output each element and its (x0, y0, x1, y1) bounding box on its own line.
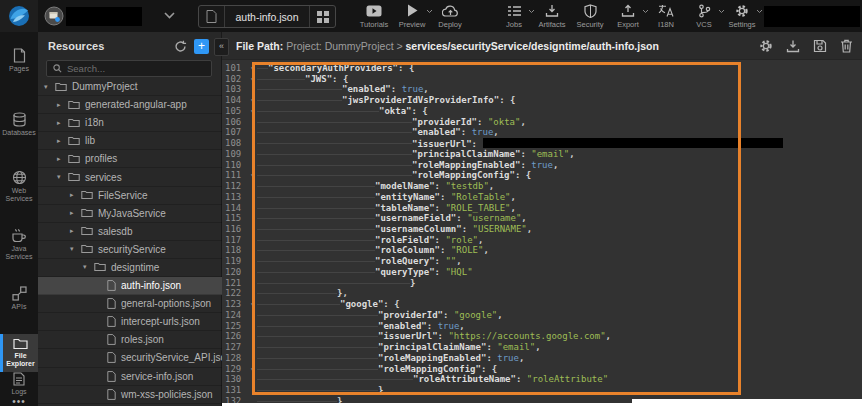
deploy-button[interactable]: Deploy (432, 3, 468, 29)
code-line-116[interactable]: 116"usernameColumn": "USERNAME", (222, 224, 862, 235)
tutorials-button[interactable]: Tutorials (356, 3, 392, 29)
code-line-130[interactable]: 130"roleAttributeName": "roleAttribute" (222, 374, 862, 385)
code-line-121[interactable]: 121} (222, 278, 862, 289)
app-logo[interactable] (0, 0, 38, 32)
code-line-115[interactable]: 115"usernameField": "username", (222, 213, 862, 224)
code-line-106[interactable]: 106"providerId": "okta", (222, 117, 862, 128)
jobs-button[interactable]: Jobs (496, 3, 532, 29)
tree-item-dummyproject[interactable]: ▾DummyProject (38, 78, 222, 96)
code-line-114[interactable]: 114"tableName": "ROLE_TABLE", (222, 203, 862, 214)
tree-item-myjavaservice[interactable]: ▸MyJavaService (38, 205, 222, 223)
code-line-107[interactable]: 107"enabled": true, (222, 127, 862, 138)
code-line-128[interactable]: 128"roleMappingEnabled": true, (222, 353, 862, 364)
project-avatar-icon[interactable] (44, 6, 64, 26)
tree-collapsed-arrow-icon[interactable]: ▸ (57, 155, 68, 163)
project-switcher-chevron-icon[interactable] (164, 12, 175, 19)
tree-item-salesdb[interactable]: ▸salesdb (38, 223, 222, 241)
i18n-button[interactable]: I18N (648, 3, 684, 29)
fold-marker-icon[interactable]: ▾ (247, 170, 257, 181)
editor-settings-gear-icon[interactable] (759, 39, 773, 53)
more-options-icon[interactable]: ••• (0, 396, 38, 406)
code-line-110[interactable]: 110"roleMappingEnabled": true, (222, 160, 862, 171)
fold-marker-icon[interactable]: ▾ (247, 364, 257, 375)
sidebar-item-file-explorer[interactable]: File Explorer (0, 334, 38, 372)
code-line-123[interactable]: 123▾"google": { (222, 299, 862, 310)
code-line-105[interactable]: 105▾"okta": { (222, 106, 862, 117)
code-line-104[interactable]: 104▾"jwsProviderIdVsProviderInfo": { (222, 95, 862, 106)
resource-search-input[interactable]: Search... (46, 60, 212, 77)
tree-item-intercept-urls-json[interactable]: intercept-urls.json (38, 313, 222, 331)
tree-item-general-options-json[interactable]: general-options.json (38, 295, 222, 313)
tree-expanded-arrow-icon[interactable]: ▾ (83, 263, 94, 271)
code-line-113[interactable]: 113"entityName": "RoleTable", (222, 192, 862, 203)
add-resource-button[interactable]: + (194, 39, 209, 54)
tree-collapsed-arrow-icon[interactable]: ▸ (70, 209, 81, 217)
fold-marker-icon[interactable]: ▾ (247, 95, 257, 106)
preview-button[interactable]: Preview (394, 3, 430, 29)
tree-item-designtime[interactable]: ▾designtime (38, 259, 222, 277)
settings-chevron-icon[interactable] (756, 9, 763, 14)
tree-collapsed-arrow-icon[interactable]: ▸ (57, 119, 68, 127)
tree-collapsed-arrow-icon[interactable]: ▸ (70, 227, 81, 235)
fold-marker-icon[interactable]: ▾ (247, 299, 257, 310)
sidebar-item-java-services[interactable]: Java Services (0, 228, 38, 261)
sidebar-item-pages[interactable]: Pages (0, 48, 38, 73)
tree-item-fileservice[interactable]: ▸FileService (38, 187, 222, 205)
tree-item-wm-xss-policies-json[interactable]: wm-xss-policies.json (38, 386, 222, 404)
code-line-129[interactable]: 129▾"roleMappingConfig": { (222, 364, 862, 375)
security-button[interactable]: Security (572, 3, 608, 29)
code-line-122[interactable]: 122}, (222, 288, 862, 299)
tree-item-profiles[interactable]: ▸profiles (38, 150, 222, 168)
code-line-109[interactable]: 109"principalClaimName": "email", (222, 149, 862, 160)
panel-collapse-icon[interactable]: « (214, 38, 229, 56)
code-line-127[interactable]: 127"principalClaimName": "email", (222, 342, 862, 353)
download-file-icon[interactable] (786, 39, 800, 53)
vcs-button[interactable]: VCS (686, 3, 722, 29)
code-line-102[interactable]: 102▾"JWS": { (222, 74, 862, 85)
code-line-120[interactable]: 120"queryType": "HQL" (222, 267, 862, 278)
export-button[interactable]: Export (610, 3, 646, 29)
sidebar-item-logs[interactable]: Logs (0, 372, 38, 396)
apps-grid-icon[interactable] (309, 6, 335, 27)
tree-collapsed-arrow-icon[interactable]: ▸ (57, 137, 68, 145)
tree-item-securityservice-api-json[interactable]: securityService_API.json (38, 349, 222, 367)
open-file-tab[interactable]: auth-info.json (198, 5, 336, 28)
code-line-112[interactable]: 112"modelName": "testdb", (222, 181, 862, 192)
refresh-icon[interactable] (174, 40, 187, 53)
code-line-118[interactable]: 118"roleColumn": "ROLE", (222, 245, 862, 256)
tree-item-services[interactable]: ▾services (38, 168, 222, 186)
code-editor[interactable]: 101▾"secondaryAuthProviders": {102▾"JWS"… (222, 60, 862, 406)
delete-file-trash-icon[interactable] (840, 39, 853, 53)
artifacts-button[interactable]: Artifacts (534, 3, 570, 29)
code-line-101[interactable]: 101▾"secondaryAuthProviders": { (222, 63, 862, 74)
tree-item-lib[interactable]: ▸lib (38, 132, 222, 150)
tree-collapsed-arrow-icon[interactable]: ▸ (70, 191, 81, 199)
code-line-125[interactable]: 125"enabled": true, (222, 321, 862, 332)
save-file-icon[interactable] (813, 39, 827, 53)
code-line-108[interactable]: 108"issuerUrl": (222, 138, 862, 149)
sidebar-item-web-services[interactable]: Web Services (0, 170, 38, 203)
sidebar-item-apis[interactable]: APIs (0, 286, 38, 311)
code-line-126[interactable]: 126"issuerUrl": "https://accounts.google… (222, 331, 862, 342)
tree-item-securityservice[interactable]: ▾securityService (38, 241, 222, 259)
tree-expanded-arrow-icon[interactable]: ▾ (57, 173, 68, 181)
settings-button[interactable]: Settings (724, 3, 760, 29)
sidebar-item-databases[interactable]: Databases (0, 112, 38, 137)
code-line-111[interactable]: 111▾"roleMappingConfig": { (222, 170, 862, 181)
fold-marker-icon[interactable]: ▾ (247, 63, 257, 74)
code-line-119[interactable]: 119"roleQuery": "", (222, 256, 862, 267)
tree-item-auth-info-json[interactable]: auth-info.json (38, 277, 222, 295)
tree-collapsed-arrow-icon[interactable]: ▸ (57, 101, 68, 109)
code-line-124[interactable]: 124"providerId": "google", (222, 310, 862, 321)
tree-item-i18n[interactable]: ▸i18n (38, 114, 222, 132)
code-line-131[interactable]: 131} (222, 385, 862, 396)
code-line-117[interactable]: 117"roleField": "role", (222, 235, 862, 246)
fold-marker-icon[interactable]: ▾ (247, 106, 257, 117)
tree-expanded-arrow-icon[interactable]: ▾ (70, 245, 81, 253)
tree-item-generated-angular-app[interactable]: ▸generated-angular-app (38, 96, 222, 114)
tree-item-roles-json[interactable]: roles.json (38, 331, 222, 349)
tree-item-service-info-json[interactable]: service-info.json (38, 368, 222, 386)
tree-expanded-arrow-icon[interactable]: ▾ (44, 83, 55, 91)
fold-marker-icon[interactable]: ▾ (247, 74, 257, 85)
code-line-103[interactable]: 103"enabled": true, (222, 84, 862, 95)
